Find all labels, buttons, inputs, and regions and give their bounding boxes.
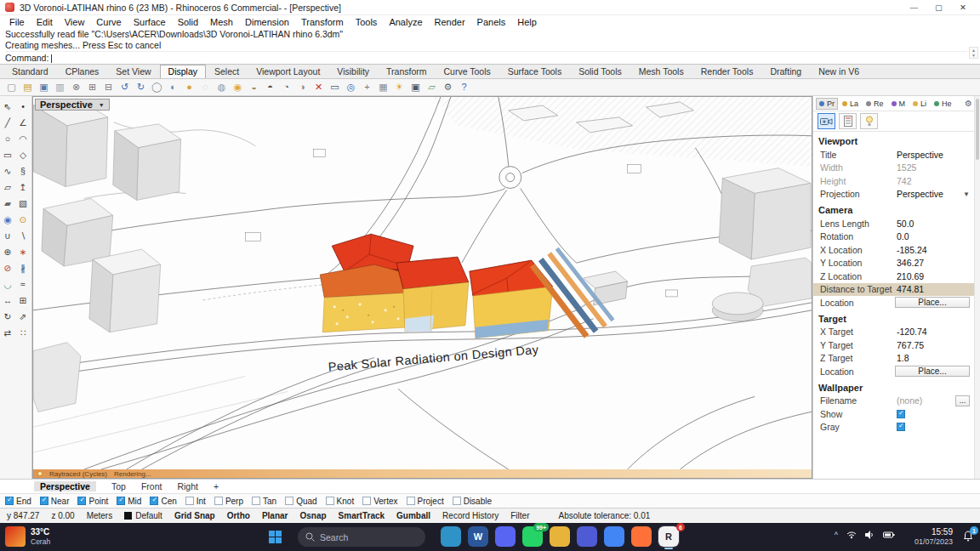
osnap-item-near[interactable]: Near <box>40 497 70 506</box>
current-layer[interactable]: Default <box>124 511 162 520</box>
copy-icon[interactable]: ⊞ <box>85 81 100 94</box>
freeform-curve-icon[interactable]: ∿ <box>1 165 14 178</box>
offset-icon[interactable]: ≈ <box>16 278 30 291</box>
surface-icon[interactable]: ▱ <box>1 181 14 194</box>
battery-icon[interactable] <box>883 531 895 538</box>
split-icon[interactable]: ∦ <box>16 262 30 275</box>
technical-display-icon[interactable]: ◔ <box>279 81 293 94</box>
wallpaper-browse-button[interactable]: ... <box>955 395 970 406</box>
osnap-item-vertex[interactable]: Vertex <box>362 497 397 506</box>
taskbar-app-whatsapp[interactable]: 99+ <box>522 526 543 547</box>
plane-icon[interactable]: ▰ <box>1 197 14 210</box>
panel-tab-rendering[interactable]: Re <box>863 98 887 110</box>
explode-icon[interactable]: ∗ <box>16 246 30 258</box>
scroll-down-icon[interactable]: ▼ <box>971 53 976 58</box>
ghosted-display-icon[interactable]: ◌ <box>198 81 213 94</box>
command-area[interactable]: Successfully read file "C:\Users\ACER\Do… <box>0 28 980 65</box>
z-location-field[interactable]: 210.69 <box>895 271 980 281</box>
osnap-item-knot[interactable]: Knot <box>326 497 355 506</box>
monitor-icon[interactable]: ▭ <box>328 81 342 94</box>
box-icon[interactable]: ▧ <box>16 197 30 210</box>
ribbon-tab-solid-tools[interactable]: Solid Tools <box>570 65 630 78</box>
osnap-quad-checkbox[interactable] <box>285 497 293 505</box>
taskbar-app-firefox[interactable] <box>631 526 652 547</box>
print-icon[interactable]: ▥ <box>53 81 67 94</box>
status-item-ortho[interactable]: Ortho <box>227 511 250 520</box>
osnap-item-perp[interactable]: Perp <box>214 497 243 506</box>
ribbon-tab-set-view[interactable]: Set View <box>107 65 159 78</box>
display-properties-button[interactable] <box>839 113 857 129</box>
command-prompt[interactable]: Command: <box>5 51 966 64</box>
grid-icon[interactable]: ▦ <box>376 81 390 94</box>
polygon-icon[interactable]: ◇ <box>16 149 30 162</box>
status-item-smarttrack[interactable]: SmartTrack <box>339 511 385 520</box>
boolean-union-icon[interactable]: ∪ <box>1 230 14 242</box>
taskbar-app-chrome[interactable] <box>604 526 624 547</box>
scale-icon[interactable]: ⇗ <box>16 310 30 323</box>
rectangle-icon[interactable]: ▭ <box>1 149 14 162</box>
osnap-item-point[interactable]: Point <box>77 497 108 506</box>
monochrome-display-icon[interactable]: ◑ <box>295 81 310 94</box>
chevron-down-icon[interactable]: ▼ <box>963 190 970 198</box>
status-item-filter[interactable]: Filter <box>510 511 529 520</box>
ribbon-tab-curve-tools[interactable]: Curve Tools <box>436 65 499 78</box>
rotate-icon[interactable]: ↻ <box>1 310 14 323</box>
panel-tab-lights[interactable]: Li <box>909 98 930 110</box>
osnap-item-mid[interactable]: Mid <box>117 497 141 506</box>
circle-icon[interactable]: ○ <box>1 133 14 145</box>
menu-item-help[interactable]: Help <box>511 17 543 27</box>
menu-item-file[interactable]: File <box>3 17 31 27</box>
cut-icon[interactable]: ⊗ <box>69 81 83 94</box>
add-viewport-tab[interactable]: + <box>214 481 219 491</box>
x-location-field[interactable]: -185.24 <box>895 245 980 255</box>
copy-object-icon[interactable]: ⊞ <box>16 294 30 307</box>
osnap-near-checkbox[interactable] <box>40 497 48 505</box>
viewport-canvas[interactable]: Peak Solar Radiation on Design Day <box>33 97 812 469</box>
sphere-icon[interactable]: ◉ <box>1 213 14 226</box>
status-item-record-history[interactable]: Record History <box>442 511 499 520</box>
menu-item-curve[interactable]: Curve <box>90 17 127 27</box>
volume-icon[interactable] <box>865 531 875 539</box>
chevron-up-icon[interactable]: ^ <box>835 531 838 539</box>
osnap-end-checkbox[interactable] <box>5 497 14 505</box>
open-file-icon[interactable]: ▤ <box>20 81 35 94</box>
mirror-icon[interactable]: ⇄ <box>1 327 14 339</box>
ribbon-tab-standard[interactable]: Standard <box>3 65 57 78</box>
osnap-item-end[interactable]: End <box>5 497 31 506</box>
ribbon-tab-display[interactable]: Display <box>160 65 206 78</box>
helix-icon[interactable]: § <box>16 165 30 178</box>
fillet-icon[interactable]: ◡ <box>1 278 14 291</box>
help-icon[interactable]: ? <box>457 81 471 94</box>
ribbon-tab-select[interactable]: Select <box>206 65 248 78</box>
vptab-front[interactable]: Front <box>141 481 162 491</box>
zoom-extents-icon[interactable]: ◎ <box>344 81 358 94</box>
osnap-item-int[interactable]: Int <box>185 497 206 506</box>
clipping-plane-icon[interactable]: ▱ <box>424 81 439 94</box>
menu-item-surface[interactable]: Surface <box>128 17 172 27</box>
panel-tab-materials[interactable]: M <box>888 98 909 110</box>
taskbar-app-edge[interactable] <box>441 526 461 547</box>
taskbar-app-explorer[interactable] <box>550 526 570 547</box>
menu-item-panels[interactable]: Panels <box>471 17 512 27</box>
redo-icon[interactable]: ↻ <box>134 81 148 94</box>
delete-icon[interactable]: ✕ <box>311 81 326 94</box>
osnap-mid-checkbox[interactable] <box>117 497 125 505</box>
arc-icon[interactable]: ◠ <box>16 133 30 145</box>
perspective-viewport[interactable]: Peak Solar Radiation on Design Day Persp… <box>32 96 812 479</box>
status-item-osnap[interactable]: Osnap <box>299 511 326 520</box>
camera-icon[interactable]: ▣ <box>408 81 423 94</box>
osnap-item-cen[interactable]: Cen <box>150 497 176 506</box>
ribbon-tab-viewport-layout[interactable]: Viewport Layout <box>248 65 328 78</box>
y-location-field[interactable]: 346.27 <box>895 258 980 268</box>
units-label[interactable]: Meters <box>87 511 113 520</box>
display-options-icon[interactable]: ⚙ <box>441 81 455 94</box>
taskbar-app-rhino[interactable]: R6 <box>658 526 679 547</box>
osnap-knot-checkbox[interactable] <box>326 497 334 505</box>
point-icon[interactable]: • <box>16 100 30 113</box>
vptab-perspective[interactable]: Perspective <box>34 481 96 491</box>
close-button[interactable]: ✕ <box>960 3 966 12</box>
viewport-title-label[interactable]: Perspective ▼ <box>35 99 110 111</box>
ribbon-tab-new-in-v6[interactable]: New in V6 <box>810 65 868 78</box>
line-icon[interactable]: ╱ <box>1 116 14 129</box>
projection-select[interactable]: Perspective ▼ <box>895 189 980 199</box>
